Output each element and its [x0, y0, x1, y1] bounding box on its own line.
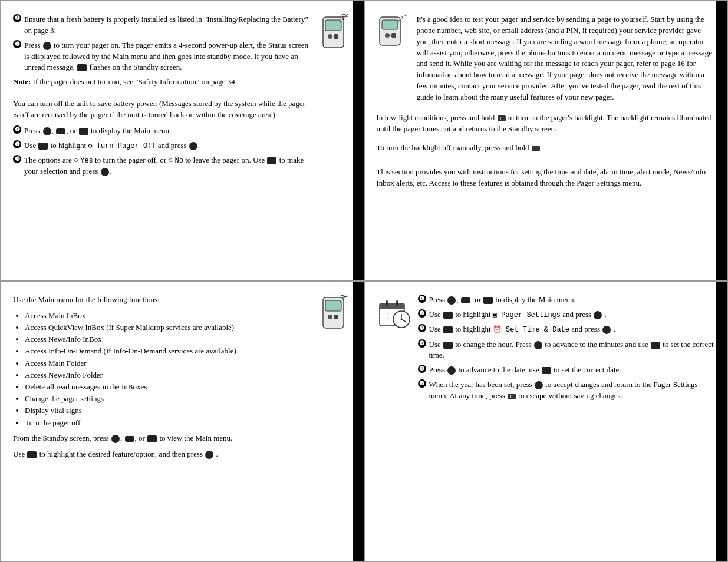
br-item-5: Press to advance to the date, use to set… — [429, 365, 716, 376]
svg-text:z: z — [345, 295, 348, 299]
svg-rect-12 — [391, 33, 396, 38]
num-2: ❷ — [13, 40, 21, 48]
note-text: Note: If the pager does not turn on, see… — [13, 77, 311, 88]
bl-intro: Use the Main menu for the following func… — [13, 295, 311, 306]
list-item: Access Main InBox — [25, 310, 311, 321]
btn-scroll9-icon — [443, 342, 453, 349]
btn-check8-icon — [594, 311, 602, 319]
list-item: Change the pager settings — [25, 394, 311, 404]
btn-scroll3-icon — [267, 157, 276, 164]
off-item-3: The options are ○ Yes to turn the pager … — [24, 155, 311, 177]
btn-check4-icon — [101, 168, 109, 176]
battery-text: You can turn off the unit to save batter… — [13, 98, 311, 121]
list-item: Display vital signs — [25, 405, 311, 416]
item-text-2: Press to turn your pager on. The pager e… — [24, 40, 311, 74]
svg-point-11 — [385, 33, 390, 38]
br-content: ❶ Press , , or to display the Main menu.… — [418, 295, 716, 405]
btn-scroll8-icon — [443, 326, 453, 333]
svg-point-18 — [328, 315, 332, 319]
btn-l-icon: L — [498, 115, 506, 121]
list-item: ❷ Use to highlight ▣ Pager Settings and … — [418, 309, 716, 320]
num-br-3: ❸ — [418, 324, 426, 332]
list-item: ❷ Use to highlight ⚙ Turn Pager Off and … — [13, 140, 311, 151]
svg-rect-19 — [334, 315, 338, 319]
svg-text:z: z — [342, 15, 345, 21]
page-grid: ❶ Ensure that a fresh battery is properl… — [0, 0, 728, 562]
list-item: Access News/Info Folder — [25, 370, 311, 381]
list-item: Access News/Info InBox — [25, 334, 311, 345]
list-item: ❶ Ensure that a fresh battery is properl… — [13, 14, 311, 37]
black-bar-bottom-left — [353, 282, 364, 561]
svg-text:z: z — [404, 14, 407, 18]
svg-rect-28 — [386, 300, 388, 306]
panel-top-left-side: z z z — [315, 14, 352, 271]
btn-check5-icon — [111, 435, 120, 443]
tr-para4: This section provides you with instructi… — [377, 167, 716, 189]
btn-check12-icon — [535, 381, 543, 389]
svg-text:z: z — [342, 295, 345, 302]
list-item: ❹ Use to change the hour. Press to advan… — [418, 339, 716, 362]
svg-rect-3 — [334, 34, 338, 39]
br-item-3: Use to highlight ⏰ Set Time & Date and p… — [429, 324, 716, 335]
panel-top-left: ❶ Ensure that a fresh battery is properl… — [1, 1, 364, 280]
panel-bottom-left-side: z z z — [315, 295, 352, 551]
btn-check7-icon — [447, 296, 456, 305]
pager-icon: z z z — [317, 14, 350, 52]
tr-para2: In low-light conditions, press and hold … — [377, 113, 716, 135]
btn-scroll2-icon — [38, 143, 48, 150]
calendar-icon — [377, 295, 412, 330]
svg-point-2 — [328, 34, 332, 39]
num-off-3: ❸ — [13, 155, 21, 163]
num-br-6: ❻ — [418, 379, 426, 388]
num-off-1: ❶ — [13, 125, 21, 134]
btn-check3-icon — [189, 142, 197, 150]
num-br-4: ❹ — [418, 339, 426, 348]
btn-check-icon — [43, 42, 51, 50]
tr-para1: It's a good idea to test your pager and … — [417, 14, 716, 103]
svg-rect-27 — [380, 308, 404, 309]
list-item: ❷ Press to turn your pager on. The pager… — [13, 40, 311, 74]
num-br-1: ❶ — [418, 295, 426, 303]
list-item: ❺ Press to advance to the date, use to s… — [418, 365, 716, 376]
item-text-1: Ensure that a fresh battery is properly … — [24, 14, 311, 37]
btn-lock-icon — [56, 128, 65, 134]
btn-check10-icon — [534, 341, 542, 349]
num-1: ❶ — [13, 14, 21, 22]
svg-text:z: z — [400, 14, 403, 21]
panel-bottom-right: ❶ Press , , or to display the Main menu.… — [365, 282, 727, 561]
list-item: Access QuickView InBox (If Super Maildro… — [25, 322, 311, 333]
svg-rect-1 — [325, 20, 341, 31]
svg-rect-10 — [382, 20, 398, 29]
black-bar-top-right — [716, 1, 727, 280]
list-item: ❶ Press , , or to display the Main menu. — [418, 295, 716, 306]
btn-scroll7-icon — [443, 312, 453, 319]
panel-bottom-left-content: Use the Main menu for the following func… — [13, 295, 315, 551]
num-br-5: ❺ — [418, 365, 426, 373]
btn-l2-icon: L — [532, 146, 540, 151]
btn-check2-icon — [43, 127, 51, 135]
list-item: Turn the pager off — [25, 418, 311, 428]
btn-check9-icon — [602, 326, 611, 334]
btn-msg-icon — [77, 64, 87, 71]
num-br-2: ❷ — [418, 309, 426, 318]
bl-list: Access Main InBox Access QuickView InBox… — [25, 310, 311, 428]
pager-icon-3: z z z — [317, 295, 350, 333]
list-item: ❸ Use to highlight ⏰ Set Time & Date and… — [418, 324, 716, 335]
list-item: ❻ When the year has been set, press to a… — [418, 379, 716, 402]
btn-lock3-icon — [461, 297, 470, 303]
bl-highlight: Use to highlight the desired feature/opt… — [13, 449, 311, 460]
off-item-2: Use to highlight ⚙ Turn Pager Off and pr… — [24, 140, 311, 151]
list-item: Access Info-On-Demand (If Info-On-Demand… — [25, 346, 311, 356]
btn-scroll5-icon — [27, 451, 37, 458]
br-item-1: Press , , or to display the Main menu. — [429, 295, 716, 306]
br-item-6: When the year has been set, press to acc… — [429, 379, 716, 402]
btn-scroll4-icon — [147, 435, 157, 442]
btn-l3-icon: L — [508, 394, 516, 399]
panel-top-right: z z z It's a good idea to test your page… — [365, 1, 727, 280]
tr-para3: To turn the backlight off manually, pres… — [377, 143, 716, 154]
black-bar-bottom-right — [716, 282, 727, 561]
panel-top-left-content: ❶ Ensure that a fresh battery is properl… — [13, 14, 315, 271]
br-item-2: Use to highlight ▣ Pager Settings and pr… — [429, 309, 716, 320]
svg-text:z: z — [345, 14, 348, 19]
btn-scroll1-icon — [79, 128, 88, 135]
